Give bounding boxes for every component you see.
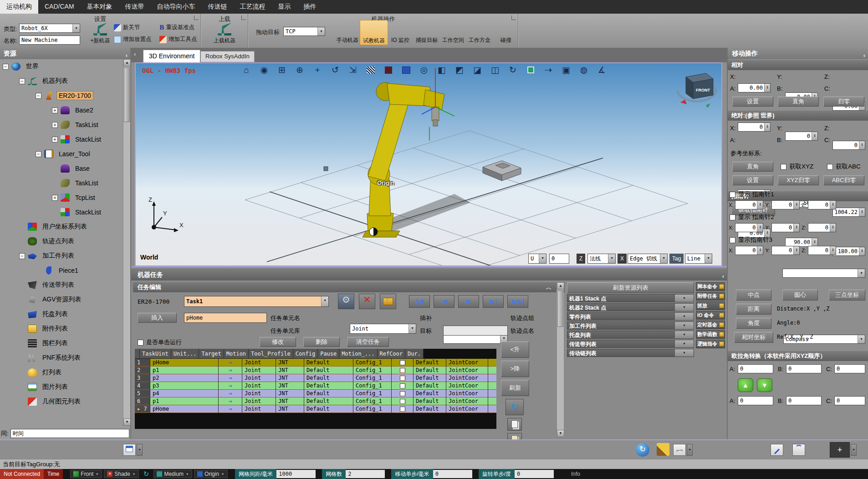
path-points-icon[interactable]: ⇢ — [542, 65, 554, 75]
zoom-icon[interactable]: ⊕ — [294, 65, 306, 75]
tree-item[interactable]: AGV资源列表 — [0, 292, 124, 307]
table-row[interactable]: 5 p4 ⇒ Joint JNT Default Config_1 Defaul… — [135, 390, 496, 397]
resource-list-item[interactable]: 机器2 Stack 点▼ — [567, 303, 694, 311]
menu-item[interactable]: 基本对象 — [81, 0, 119, 14]
machine-op-button[interactable]: IO 监控 — [386, 20, 414, 44]
expand-toggle-icon[interactable]: + — [52, 137, 58, 143]
brush-icon[interactable] — [657, 443, 669, 456]
pause-checkbox[interactable] — [400, 399, 405, 404]
curve-button[interactable] — [792, 444, 805, 456]
chevron-down-icon[interactable]: ▼ — [674, 340, 694, 347]
rel-set-button[interactable]: 设置 — [732, 97, 773, 107]
sync-button[interactable]: ↻ — [505, 399, 524, 415]
midpoint-button[interactable]: 中点 — [736, 290, 771, 301]
spinner[interactable] — [812, 132, 817, 140]
task-delete-button[interactable]: ✕ — [359, 294, 375, 309]
task-select[interactable]: Task1 — [184, 296, 329, 307]
quality-select[interactable]: Medium▼ — [153, 470, 192, 478]
column-header[interactable]: RefCoor — [378, 349, 406, 359]
machine-op-button[interactable]: 试教机器 — [360, 20, 388, 45]
crosshair-button[interactable]: + — [830, 442, 850, 458]
connector-button[interactable]: ⌐¬ — [673, 444, 686, 456]
compass-y-input[interactable]: 0 — [771, 200, 800, 209]
command-item[interactable]: 脚本命令 — [696, 282, 725, 291]
column-header[interactable] — [135, 349, 140, 359]
scroll-down-icon[interactable]: ▼ — [123, 418, 131, 426]
pause-checkbox[interactable] — [400, 391, 405, 396]
world-origin-icon[interactable]: ◎ — [418, 65, 430, 75]
expand-toggle-icon[interactable]: − — [19, 78, 25, 84]
delete-button[interactable]: 删除 — [303, 337, 340, 347]
chevron-down-icon[interactable]: ▼ — [674, 304, 694, 311]
move-up-button[interactable]: <升 — [501, 341, 529, 358]
tab-3d-environment[interactable]: 3D Environment — [143, 50, 200, 62]
menu-item[interactable]: 自动导向小车 — [151, 0, 202, 14]
task-settings-button[interactable]: ⚙ — [338, 294, 354, 309]
reset-base-point-button[interactable]: B重设基准点 — [159, 24, 194, 31]
chevron-down-icon[interactable]: ▼ — [674, 331, 694, 338]
tree-item[interactable]: + StackList — [0, 132, 124, 147]
spinner[interactable] — [764, 123, 770, 131]
table-row[interactable]: 3 p2 ⇒ Joint JNT Default Config_1 Defaul… — [135, 374, 496, 382]
ref-frame-select[interactable] — [782, 269, 865, 278]
chevron-down-icon[interactable]: ▼ — [674, 313, 694, 320]
expand-toggle-icon[interactable]: − — [36, 93, 41, 99]
refresh-resource-list-button[interactable]: 刷新资源列表 — [567, 282, 694, 293]
tree-item[interactable]: + TcpList — [0, 190, 124, 205]
menu-item[interactable]: 运动机构 — [0, 0, 38, 14]
machine-op-button[interactable]: 碰撞 — [492, 20, 520, 44]
spinner[interactable] — [764, 84, 770, 92]
tree-item[interactable]: + Base2 — [0, 103, 124, 117]
show-compass-checkbox-row[interactable]: 显示指南针3 — [730, 236, 868, 244]
rotate-view-icon[interactable]: ↺ — [329, 65, 341, 75]
expand-toggle-icon[interactable]: − — [3, 64, 9, 70]
expand-toggle-icon[interactable]: − — [19, 253, 25, 259]
euler-c1-input[interactable]: 0 — [834, 364, 865, 373]
clip-plane-icon[interactable]: ◧ — [436, 65, 448, 75]
euler-a2-input[interactable]: 0 — [738, 396, 773, 405]
scroll-thumb[interactable] — [124, 67, 130, 122]
command-item[interactable]: 逻辑指令 — [696, 340, 725, 348]
nav-first-button[interactable]: |◀ — [409, 295, 430, 308]
column-header[interactable]: Tool_Profile — [249, 349, 293, 359]
expand-toggle-icon[interactable]: + — [52, 195, 58, 201]
rel-c-input[interactable]: 0 — [832, 141, 865, 150]
pause-checkbox[interactable] — [400, 407, 405, 412]
compass-z-input[interactable]: 0 — [808, 246, 836, 255]
tree-item[interactable]: 用户坐标系列表 — [0, 219, 124, 234]
command-item[interactable]: IO 命令 — [696, 311, 725, 320]
abc-zero-button[interactable]: ABC归零 — [823, 175, 864, 185]
column-header[interactable]: Unit... — [171, 349, 199, 359]
get-abc-checkbox[interactable] — [827, 164, 833, 170]
tree-item[interactable]: 灯列表 — [0, 365, 124, 380]
tree-item[interactable]: Base — [0, 161, 124, 176]
table-row[interactable]: 4 p3 ⇒ Joint JNT Default Config_1 Defaul… — [135, 382, 496, 390]
pause-checkbox[interactable] — [400, 368, 405, 373]
new-joint-button[interactable]: 新关节 — [114, 24, 140, 31]
collapse-panel-icon[interactable]: ‹ — [863, 50, 865, 61]
resource-list-item[interactable]: 托盘列表▼ — [567, 331, 694, 339]
line-select[interactable]: Line — [685, 254, 712, 264]
abs-set-button[interactable]: 设置 — [732, 175, 773, 185]
measure-angle-icon[interactable]: ∡ — [596, 65, 608, 75]
upload-machine-button[interactable]: 上载机器 — [209, 23, 240, 45]
column-header[interactable]: Target — [199, 349, 224, 359]
convert-up-button[interactable]: ▲ — [738, 378, 753, 392]
column-header[interactable]: TaskUint — [140, 349, 171, 359]
time-input[interactable]: 时间 — [10, 429, 129, 438]
edit-point-button[interactable] — [771, 444, 783, 456]
chevron-down-icon[interactable]: ▼ — [137, 444, 143, 456]
resource-list-item[interactable]: 传动链列表▼ — [567, 349, 694, 357]
modify-button[interactable]: 修改 — [260, 337, 296, 347]
command-item[interactable]: 定时器命 — [696, 321, 725, 329]
machine-op-button[interactable]: 手动机器 — [333, 20, 362, 44]
tab-robox-sysaddin[interactable]: Robox SysAddIn — [200, 51, 255, 62]
nav-prev-button[interactable]: ◀ — [434, 295, 454, 308]
green-square-icon[interactable] — [525, 65, 536, 75]
column-header[interactable]: Config — [293, 349, 318, 359]
get-xyz-checkbox-row[interactable]: 获取XYZ — [781, 163, 813, 171]
tree-item[interactable]: 轨迹点列表 — [0, 234, 124, 249]
tree-item[interactable]: 附件列表 — [0, 321, 124, 336]
tree-item[interactable]: + TaskList — [0, 117, 124, 132]
compass-y-input[interactable]: 0 — [771, 223, 800, 232]
